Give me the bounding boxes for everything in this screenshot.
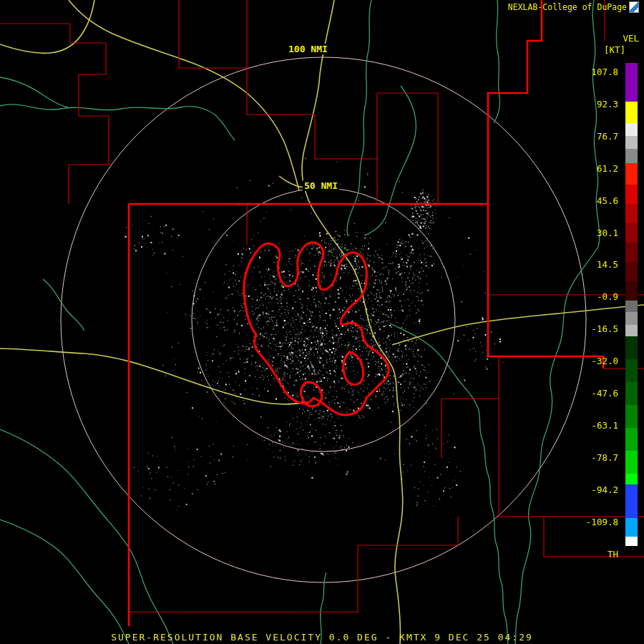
colorbar-segment (625, 163, 638, 185)
colorbar-product-label: VEL (623, 33, 639, 44)
county-borders (0, 0, 644, 613)
range-ring-100nmi (61, 57, 586, 582)
colorbar-segment (625, 405, 638, 428)
range-rings (61, 57, 586, 582)
range-label-50nmi: 50 NMI (303, 180, 339, 191)
colorbar-segment (625, 149, 638, 163)
colorbar-segment (625, 537, 638, 546)
colorbar-segment (625, 102, 638, 123)
colorbar-segment (625, 204, 638, 223)
site-title: NEXLAB-College of DuPage (508, 2, 627, 12)
range-label-100nmi: 100 NMI (287, 44, 329, 54)
colorbar-segment (625, 428, 638, 451)
colorbar-segment (625, 359, 638, 382)
cod-logo-icon[interactable] (629, 1, 639, 13)
colorbar-segment (625, 382, 638, 405)
radar-display: NEXLAB-College of DuPage VEL [KT] 107.89… (0, 0, 644, 644)
colorbar-segment (625, 185, 638, 204)
colorbar-segment (625, 312, 638, 325)
great-salt-lake-outline (244, 243, 389, 415)
radar-map (0, 0, 644, 644)
colorbar-segment (625, 123, 638, 136)
product-status-line: SUPER-RESOLUTION BASE VELOCITY 0.0 DEG -… (0, 632, 644, 643)
colorbar-segment (625, 243, 638, 262)
colorbar-segment (625, 136, 638, 149)
colorbar-segment (625, 484, 638, 518)
colorbar-segment (625, 474, 638, 484)
colorbar-segment (625, 518, 638, 537)
colorbar-segment (625, 336, 638, 359)
river-lines (0, 0, 600, 644)
colorbar-unit-label: [KT] (604, 44, 625, 55)
colorbar-segment (625, 451, 638, 474)
colorbar-segment (625, 63, 638, 102)
colorbar-segment (625, 281, 638, 301)
highway-lines (0, 0, 644, 644)
colorbar-segment (625, 223, 638, 243)
colorbar-segment (625, 262, 638, 281)
colorbar-segment (625, 325, 638, 336)
range-ring-50nmi (192, 188, 455, 452)
colorbar (625, 63, 638, 547)
colorbar-segment (625, 301, 638, 312)
